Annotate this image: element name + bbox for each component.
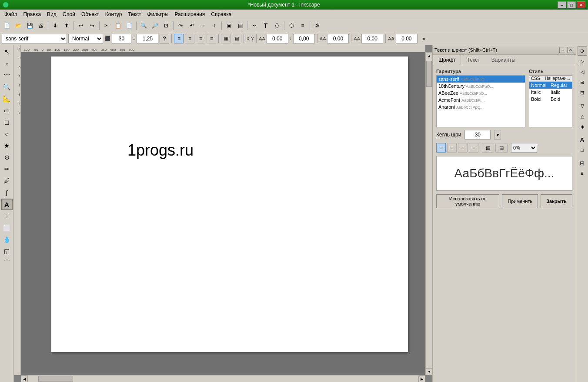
align-left-btn[interactable]: ≡ bbox=[174, 34, 184, 43]
node-tool[interactable]: ⬦ bbox=[1, 58, 13, 69]
ellipse-tool[interactable]: ○ bbox=[1, 128, 13, 140]
scroll-thumb-h[interactable] bbox=[38, 376, 73, 382]
rotate-cw-btn[interactable]: ↷ bbox=[175, 20, 186, 31]
snap-btn2[interactable]: ▷ bbox=[578, 56, 587, 66]
tab-font[interactable]: Шрифт bbox=[433, 55, 461, 65]
text-flow-btn1[interactable]: ▦ bbox=[221, 34, 231, 43]
align-center-btn[interactable]: ≡ bbox=[185, 34, 194, 43]
style-list[interactable]: CSS Начертани... NormalRegular ItalicIta… bbox=[529, 75, 572, 127]
align-right-btn[interactable]: ≡ bbox=[196, 34, 205, 43]
star-tool[interactable]: ★ bbox=[1, 140, 13, 151]
snap-grid-btn[interactable]: ⊞ bbox=[578, 158, 587, 168]
spacing-select[interactable]: 0% bbox=[511, 143, 537, 153]
scroll-up-btn[interactable]: ▲ bbox=[426, 52, 432, 59]
tweak-tool[interactable]: 〰 bbox=[1, 70, 13, 81]
apply-btn[interactable]: Применить bbox=[502, 194, 538, 208]
snap-guide-btn[interactable]: ≡ bbox=[578, 169, 587, 178]
ungroup-btn[interactable]: ▤ bbox=[235, 20, 245, 31]
style-item-normal[interactable]: NormalRegular bbox=[529, 82, 572, 89]
align-left-dialog-btn[interactable]: ≡ bbox=[436, 143, 446, 153]
align-justify-dialog-btn[interactable]: ≡ bbox=[469, 143, 478, 153]
redo-btn[interactable]: ↪ bbox=[87, 20, 97, 31]
text-flow-btn2[interactable]: ▤ bbox=[232, 34, 241, 43]
zoom-tool[interactable]: 🔍 bbox=[1, 81, 13, 93]
size-input[interactable] bbox=[464, 130, 491, 140]
snap-btn4[interactable]: ⊞ bbox=[578, 77, 587, 87]
align-justify-btn[interactable]: ≡ bbox=[207, 34, 216, 43]
font-item-abeezee[interactable]: ABeeZee AaBbCcIiPpO... bbox=[437, 90, 525, 96]
aa2-input[interactable] bbox=[327, 34, 349, 43]
scroll-thumb-v[interactable] bbox=[426, 61, 432, 87]
menu-view[interactable]: Вид bbox=[44, 10, 59, 18]
tab-text[interactable]: Текст bbox=[461, 55, 485, 65]
font-item-sansserif[interactable]: sans-serif AaBbCcIiPpQ... bbox=[437, 76, 525, 83]
font-style-select[interactable]: Normal Italic Bold bbox=[68, 34, 103, 43]
text-tool[interactable]: A bbox=[1, 199, 13, 210]
zoom-out-btn[interactable]: 🔎 bbox=[150, 20, 160, 31]
use-default-btn[interactable]: Использовать по умолчанию bbox=[436, 194, 499, 208]
scroll-right-btn[interactable]: ▶ bbox=[418, 375, 425, 382]
font-size-input[interactable] bbox=[112, 34, 131, 43]
aa3-input[interactable] bbox=[361, 34, 383, 43]
maximize-button[interactable]: □ bbox=[567, 1, 576, 8]
pen-tool[interactable]: 🖊 bbox=[1, 175, 13, 186]
close-dialog-btn[interactable]: Закрыть bbox=[541, 194, 572, 208]
layers-btn[interactable]: ≡ bbox=[297, 20, 308, 31]
menu-extensions[interactable]: Расширения bbox=[172, 10, 207, 18]
line-spacing-input[interactable] bbox=[137, 34, 158, 43]
paste-btn[interactable]: 📄 bbox=[124, 20, 134, 31]
fill-tool[interactable]: 💧 bbox=[1, 234, 13, 245]
dialog-minimize-btn[interactable]: – bbox=[559, 47, 566, 53]
open-btn[interactable]: 📂 bbox=[13, 20, 23, 31]
menu-edit[interactable]: Правка bbox=[21, 10, 44, 18]
text-rows-btn[interactable]: ▤ bbox=[495, 143, 508, 153]
snap-btn7[interactable]: △ bbox=[578, 111, 587, 121]
align-center-dialog-btn[interactable]: ≡ bbox=[447, 143, 457, 153]
nodes-btn[interactable]: ⬡ bbox=[286, 20, 297, 31]
new-btn[interactable]: 📄 bbox=[2, 20, 12, 31]
menu-file[interactable]: Файл bbox=[2, 10, 20, 18]
font-item-aharoni[interactable]: Aharoni AaBbCcIiPpQ... bbox=[437, 103, 525, 110]
font-family-select[interactable]: sans-serif bbox=[2, 34, 67, 43]
connector-tool[interactable]: ⌒ bbox=[1, 257, 13, 269]
select-tool[interactable]: ↖ bbox=[1, 46, 13, 57]
aa4-input[interactable] bbox=[396, 34, 418, 43]
menu-object[interactable]: Объект bbox=[79, 10, 102, 18]
print-btn[interactable]: 🖨 bbox=[36, 20, 46, 31]
font-item-acmefont[interactable]: AcmeFont AaBbCcIiPi... bbox=[437, 96, 525, 103]
font-list[interactable]: sans-serif AaBbCcIiPpQ... 18thCentury Aa… bbox=[436, 75, 525, 127]
save-btn[interactable]: 💾 bbox=[24, 20, 35, 31]
scroll-left-btn[interactable]: ◀ bbox=[21, 375, 28, 382]
menu-path[interactable]: Контур bbox=[103, 10, 124, 18]
cut-btn[interactable]: ✂ bbox=[101, 20, 112, 31]
export-btn[interactable]: ⬆ bbox=[61, 20, 72, 31]
dialog-close-btn[interactable]: ✕ bbox=[567, 47, 574, 53]
canvas-text-content[interactable]: 1progs.ru bbox=[127, 141, 194, 159]
close-button[interactable]: ✕ bbox=[577, 1, 585, 8]
snap-btn3[interactable]: ◁ bbox=[578, 67, 587, 76]
rotate-ccw-btn[interactable]: ↶ bbox=[187, 20, 197, 31]
snap-rect-btn[interactable]: □ bbox=[578, 145, 587, 155]
pen-toolbar-btn[interactable]: ✒ bbox=[249, 20, 260, 31]
help-button[interactable]: ? bbox=[160, 34, 169, 43]
minimize-button[interactable]: – bbox=[558, 1, 566, 8]
scrollbar-vertical[interactable]: ▲ ▼ bbox=[425, 52, 432, 375]
settings-btn[interactable]: ⚙ bbox=[312, 20, 322, 31]
rect-tool[interactable]: ▭ bbox=[1, 105, 13, 116]
text-columns-btn[interactable]: ▦ bbox=[482, 143, 494, 153]
canvas-viewport[interactable]: 1progs.ru bbox=[21, 52, 425, 375]
snap-btn6[interactable]: ▽ bbox=[578, 101, 587, 110]
more-btn[interactable]: » bbox=[419, 33, 429, 44]
menu-filters[interactable]: Фильтры bbox=[145, 10, 171, 18]
align-right-dialog-btn[interactable]: ≡ bbox=[458, 143, 468, 153]
text-toolbar-btn[interactable]: T bbox=[261, 20, 271, 31]
size-dropdown-btn[interactable]: ▼ bbox=[494, 130, 501, 140]
menu-text[interactable]: Текст bbox=[125, 10, 144, 18]
menu-layer[interactable]: Слой bbox=[60, 10, 78, 18]
import-btn[interactable]: ⬇ bbox=[50, 20, 60, 31]
spiral-tool[interactable]: ⊙ bbox=[1, 152, 13, 163]
snap-btn5[interactable]: ⊟ bbox=[578, 88, 587, 97]
pencil-tool[interactable]: ✏ bbox=[1, 163, 13, 175]
scroll-down-btn[interactable]: ▼ bbox=[426, 368, 432, 375]
copy-btn[interactable]: 📋 bbox=[113, 20, 123, 31]
